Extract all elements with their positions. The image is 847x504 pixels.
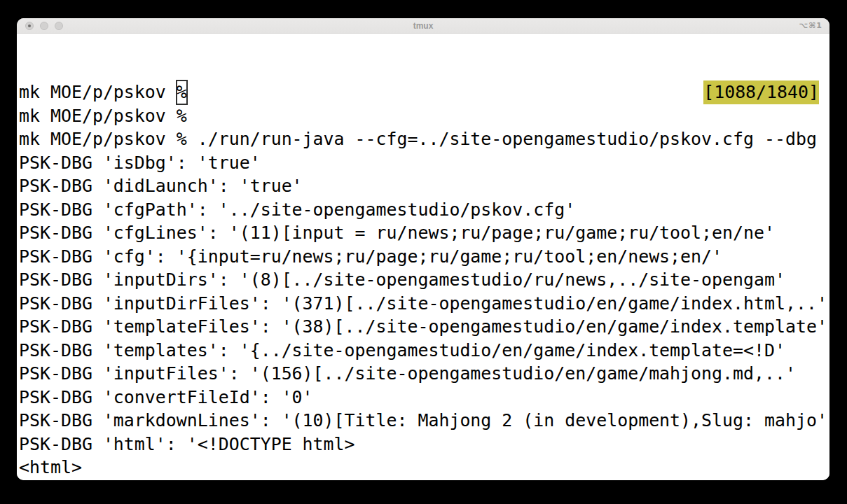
terminal-window: tmux ⌥⌘1 mk MOE/p/pskov %[1088/1840]mk M… — [17, 18, 829, 480]
debug-output-line: PSK-DBG 'inputDirFiles': '(371)[../site-… — [19, 292, 829, 316]
text-segment: PSK-DBG 'inputDirFiles': '(371)[../site-… — [19, 293, 827, 314]
text-segment: PSK-DBG 'html': '<!DOCTYPE html> — [19, 434, 355, 454]
minimize-button[interactable] — [40, 22, 48, 30]
window-title: tmux — [17, 21, 829, 31]
debug-output-line: PSK-DBG 'inputFiles': '(156)[../site-ope… — [19, 362, 829, 386]
text-segment: PSK-DBG 'templateFiles': '(38)[../site-o… — [19, 316, 827, 337]
text-segment: PSK-DBG 'cfgLines': '(11)[input = ru/new… — [19, 223, 775, 243]
debug-output-line: PSK-DBG 'templates': '{../site-opengames… — [19, 339, 829, 363]
debug-output-line: PSK-DBG 'cfg': '{input=ru/news;ru/page;r… — [19, 245, 829, 269]
terminal-content[interactable]: mk MOE/p/pskov %[1088/1840]mk MOE/p/psko… — [17, 34, 829, 480]
debug-output-line: PSK-DBG 'markdownLines': '(10)[Title: Ma… — [19, 409, 829, 433]
shell-command: mk MOE/p/pskov % ./run/run-java --cfg=..… — [19, 129, 817, 149]
text-segment: PSK-DBG 'inputDirs': '(8)[../site-openga… — [19, 270, 785, 290]
debug-output-line: PSK-DBG 'isDbg': 'true' — [19, 151, 829, 175]
command-line: mk MOE/p/pskov % ./run/run-java --cfg=..… — [19, 127, 829, 151]
debug-output-line: PSK-DBG 'templateFiles': '(38)[../site-o… — [19, 315, 829, 339]
debug-output-line: PSK-DBG 'inputDirs': '(8)[../site-openga… — [19, 268, 829, 292]
window-titlebar[interactable]: tmux ⌥⌘1 — [17, 18, 829, 34]
text-segment: PSK-DBG 'didLaunch': 'true' — [19, 176, 303, 196]
text-segment: <html> — [19, 457, 82, 477]
terminal-cursor: % — [177, 80, 187, 104]
html-output-line: <html> — [19, 456, 829, 479]
text-segment: PSK-DBG 'inputFiles': '(156)[../site-ope… — [19, 363, 796, 384]
traffic-lights — [25, 18, 63, 33]
debug-output-line: PSK-DBG 'cfgLines': '(11)[input = ru/new… — [19, 221, 829, 245]
debug-output-line: PSK-DBG 'convertFileId': '0' — [19, 386, 829, 410]
debug-output-line: PSK-DBG 'cfgPath': '../site-opengamestud… — [19, 198, 829, 222]
text-segment: PSK-DBG 'convertFileId': '0' — [19, 387, 313, 407]
zoom-button[interactable] — [55, 22, 63, 30]
debug-output-line: PSK-DBG 'html': '<!DOCTYPE html> — [19, 433, 829, 456]
shell-prompt: mk MOE/p/pskov % — [19, 106, 187, 126]
text-segment: PSK-DBG 'cfg': '{input=ru/news;ru/page;r… — [19, 246, 722, 267]
copy-mode-position-indicator: [1088/1840] — [703, 80, 819, 104]
window-shortcut-label: ⌥⌘1 — [799, 18, 822, 33]
text-segment: PSK-DBG 'templates': '{../site-opengames… — [19, 340, 785, 360]
desktop-background: tmux ⌥⌘1 mk MOE/p/pskov %[1088/1840]mk M… — [0, 0, 847, 504]
prompt-line-with-cursor: mk MOE/p/pskov %[1088/1840] — [19, 80, 829, 104]
terminal-lines: mk MOE/p/pskov %[1088/1840]mk MOE/p/psko… — [19, 80, 829, 480]
prompt-line: mk MOE/p/pskov % — [19, 104, 829, 128]
close-button[interactable] — [25, 22, 34, 30]
html-output-line: <meta charset="utf-8"> — [19, 479, 829, 481]
debug-output-line: PSK-DBG 'didLaunch': 'true' — [19, 174, 829, 198]
text-segment: PSK-DBG 'cfgPath': '../site-opengamestud… — [19, 200, 575, 220]
close-button-dot — [28, 24, 31, 27]
text-segment: PSK-DBG 'markdownLines': '(10)[Title: Ma… — [19, 410, 827, 430]
text-segment: PSK-DBG 'isDbg': 'true' — [19, 153, 261, 173]
shell-prompt: mk MOE/p/pskov — [19, 82, 177, 102]
